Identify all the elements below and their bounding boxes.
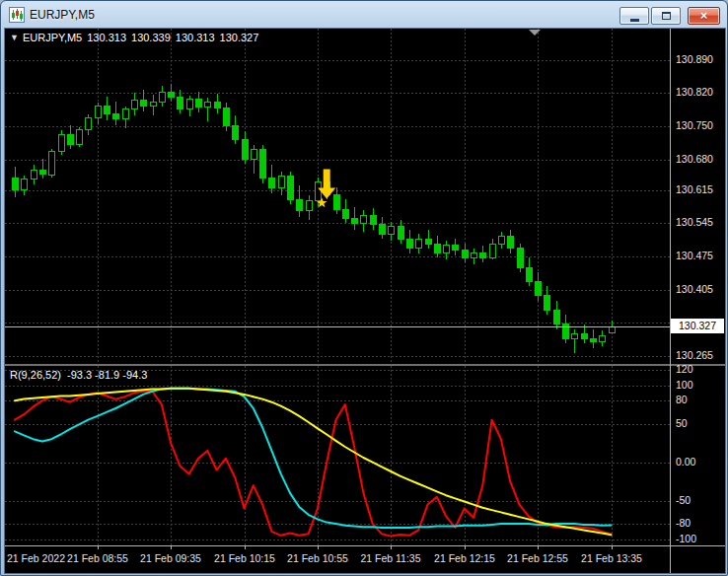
time-axis-label: 21 Feb 10:15 [207, 552, 282, 564]
one-click-collapse-icon[interactable]: ▼ [10, 33, 19, 42]
price-scale-label: 130.890 [676, 53, 713, 65]
indicator-scale-label: -80 [676, 517, 691, 529]
price-scale-label: 130.750 [676, 119, 713, 131]
price-scale-label: 130.680 [676, 153, 713, 165]
maximize-button[interactable] [651, 7, 681, 25]
indicator-name: R(9,26,52) [10, 369, 61, 381]
indicator-values: -93.3 -81.9 -94.3 [67, 369, 147, 381]
indicator-readout: R(9,26,52)-93.3 -81.9 -94.3 [10, 369, 153, 381]
indicator-svg[interactable] [5, 366, 670, 545]
time-axis-label: 21 Feb 08:55 [60, 552, 135, 564]
current-price-box: 130.327 [671, 319, 724, 333]
indicator-scale-label: 100 [676, 379, 693, 391]
time-axis-label: 21 Feb 12:55 [500, 552, 575, 564]
price-scale-label: 130.265 [676, 349, 713, 361]
window-icon [9, 7, 25, 23]
panel-separator[interactable] [5, 364, 725, 366]
chart-shift-marker [529, 30, 541, 36]
ohlc-readout: ▼EURJPY,M5130.313130.339130.313130.327 [10, 32, 263, 43]
window-title: EURJPY,M5 [30, 8, 95, 22]
price-scale-label: 130.475 [676, 250, 713, 261]
indicator-scale-label: -50 [676, 494, 691, 506]
window-controls: × [618, 7, 720, 25]
chart-window: EURJPY,M5 × ▼EURJPY,M5130.313130.339130.… [0, 0, 728, 576]
main-price-panel[interactable] [5, 29, 670, 364]
indicator-scale-label: 0.00 [676, 456, 695, 468]
candles [13, 84, 616, 353]
time-axis-label: 21 Feb 10:55 [280, 552, 355, 564]
time-axis-label: 21 Feb 09:35 [133, 552, 208, 564]
indicator-scale-label: 120 [676, 363, 693, 375]
time-axis-label: 21 Feb 12:15 [427, 552, 502, 564]
price-scale-label: 130.405 [676, 283, 713, 295]
time-axis-tick [538, 546, 539, 549]
symbol-label: EURJPY,M5 [23, 32, 82, 43]
time-axis[interactable]: 21 Feb 202221 Feb 08:5521 Feb 09:3521 Fe… [5, 546, 670, 573]
indicator-scale-label: 80 [676, 394, 688, 405]
price-scale-label: 130.615 [676, 183, 713, 195]
close-button[interactable]: × [688, 7, 720, 25]
minimize-icon [630, 19, 639, 22]
time-axis-tick [612, 546, 613, 549]
open-value: 130.313 [87, 32, 126, 43]
time-axis-label: 21 Feb 11:35 [353, 552, 428, 564]
time-axis-tick [245, 546, 246, 549]
indicator-panel[interactable] [5, 366, 670, 545]
high-value: 130.339 [131, 32, 171, 43]
maximize-icon [662, 12, 671, 20]
indicator-line-yellow [15, 389, 612, 536]
time-axis-tick [171, 546, 172, 549]
chart-area[interactable]: ▼EURJPY,M5130.313130.339130.313130.327 R… [5, 29, 725, 573]
time-axis-tick [391, 546, 392, 549]
titlebar[interactable]: EURJPY,M5 × [1, 1, 727, 29]
price-scale[interactable]: 130.890130.820130.750130.680130.615130.5… [671, 29, 725, 573]
indicator-scale-label: -100 [676, 533, 696, 544]
time-axis-tick [465, 546, 466, 549]
time-axis-tick [318, 546, 319, 549]
close-icon: × [700, 8, 708, 24]
low-value: 130.313 [176, 32, 215, 43]
minimize-button[interactable] [619, 7, 649, 25]
time-axis-tick [98, 546, 99, 549]
close-value: 130.327 [220, 32, 259, 43]
indicator-scale-label: 50 [676, 417, 688, 429]
main-chart-svg[interactable] [5, 29, 670, 364]
price-scale-label: 130.820 [676, 86, 713, 98]
time-axis-label: 21 Feb 13:35 [574, 552, 649, 564]
price-scale-label: 130.545 [676, 216, 713, 228]
